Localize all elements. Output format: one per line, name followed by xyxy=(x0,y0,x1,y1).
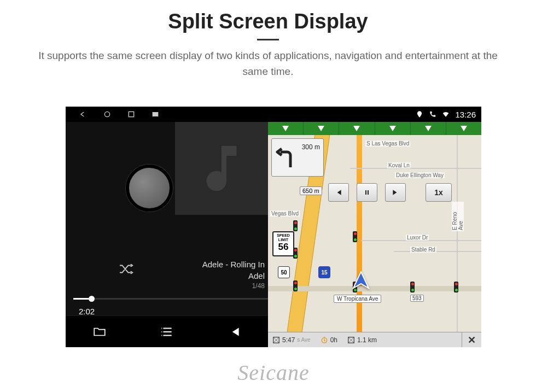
traffic-light-icon xyxy=(353,231,357,242)
svg-point-0 xyxy=(104,112,109,116)
lane-guidance-bar xyxy=(268,122,481,135)
brand-watermark: Seicane xyxy=(11,360,536,385)
status-bar: 13:26 xyxy=(66,107,481,122)
street-label: S Las Vegas Blvd xyxy=(365,141,410,147)
home-icon[interactable] xyxy=(103,110,112,119)
lane-arrow-icon xyxy=(304,122,339,135)
current-street-label: W Tropicana Ave xyxy=(334,295,381,303)
lane-arrow-icon xyxy=(268,122,304,135)
shuffle-button[interactable] xyxy=(118,263,133,277)
road-reno xyxy=(457,135,458,332)
svg-rect-1 xyxy=(129,112,133,116)
road-stable xyxy=(394,251,481,252)
turn-distance-2: 650 m xyxy=(300,186,322,195)
track-title: Adele - Rolling In xyxy=(202,259,265,270)
speed-limit-sign: SPEED LIMIT 56 xyxy=(272,231,294,256)
road-koval xyxy=(350,168,481,169)
recents-icon[interactable] xyxy=(127,110,136,119)
title-divider xyxy=(257,39,279,40)
sim-speed-button[interactable]: 1x xyxy=(426,183,452,202)
turn-instruction-card: 300 m xyxy=(271,138,324,177)
wifi-icon xyxy=(442,110,450,118)
street-label: Koval Ln xyxy=(387,162,411,168)
elapsed-time: 2:02 xyxy=(79,307,95,316)
back-icon[interactable] xyxy=(79,110,88,119)
street-label: E Reno Ave xyxy=(452,202,464,231)
time-remaining-value: 0h xyxy=(330,336,337,344)
traffic-light-icon xyxy=(410,282,415,292)
music-player-pane: Adele - Rolling In Adel 1/48 2:02 xyxy=(66,122,268,347)
clock: 13:26 xyxy=(455,110,476,119)
playlist-button[interactable] xyxy=(133,316,200,347)
close-button[interactable]: ✕ xyxy=(462,332,481,347)
sim-next-button[interactable] xyxy=(385,183,406,202)
sim-prev-button[interactable] xyxy=(328,183,349,202)
navigation-pane: S Las Vegas Blvd Koval Ln Duke Ellington… xyxy=(268,122,481,347)
seek-bar[interactable] xyxy=(73,298,268,300)
music-bottom-bar xyxy=(66,315,268,347)
navigation-footer: 5:47 s Ave 0h 1.1 km ✕ xyxy=(268,332,481,347)
distance-value: 1.1 km xyxy=(357,336,377,344)
traffic-light-icon xyxy=(454,282,458,292)
lane-arrow-icon xyxy=(339,122,375,135)
turn-distance-1: 300 m xyxy=(302,143,320,151)
track-info: Adele - Rolling In Adel 1/48 xyxy=(202,259,265,291)
eta-value: 5:47 xyxy=(282,336,295,344)
phone-icon xyxy=(429,110,436,118)
image-icon[interactable] xyxy=(151,110,160,119)
street-label: Stable Rd xyxy=(410,247,436,253)
track-artist: Adel xyxy=(202,270,265,282)
time-remaining-readout[interactable]: 0h xyxy=(321,336,337,344)
lane-arrow-icon xyxy=(446,122,481,135)
street-label: Luxor Dr xyxy=(406,235,429,241)
page-title: Split Screen Display xyxy=(0,10,536,33)
speed-limit-value: 56 xyxy=(273,242,293,253)
track-index: 1/48 xyxy=(202,282,265,291)
svg-rect-2 xyxy=(153,112,159,116)
vinyl-disc-icon[interactable] xyxy=(126,165,173,212)
traffic-light-icon xyxy=(293,248,298,259)
route-shield-50: 50 xyxy=(278,266,290,278)
eta-readout[interactable]: 5:47 s Ave xyxy=(272,336,311,344)
page-subtitle: It supports the same screen display of t… xyxy=(27,48,509,79)
distance-readout[interactable]: 1.1 km xyxy=(347,336,377,344)
street-label: Vegas Blvd xyxy=(270,210,300,217)
location-icon xyxy=(416,110,423,118)
device-screenshot: 13:26 Adele - Rolling In Adel 1/48 2:02 xyxy=(66,107,481,347)
traffic-light-icon xyxy=(293,220,298,231)
lane-arrow-icon xyxy=(411,122,446,135)
street-number-tag: 593 xyxy=(410,295,424,302)
interstate-shield-15: 15 xyxy=(318,266,330,278)
album-art-placeholder xyxy=(175,122,268,215)
street-label: Duke Ellington Way xyxy=(395,172,445,178)
footer-road-suffix: s Ave xyxy=(297,337,310,343)
folder-button[interactable] xyxy=(66,316,133,347)
traffic-light-icon xyxy=(293,280,298,291)
road-tropicana xyxy=(268,286,481,291)
previous-button[interactable] xyxy=(201,316,268,347)
sim-pause-button[interactable] xyxy=(357,183,377,202)
current-position-arrow xyxy=(350,270,372,294)
lane-arrow-icon xyxy=(375,122,411,135)
speed-limit-label: SPEED LIMIT xyxy=(277,233,290,242)
